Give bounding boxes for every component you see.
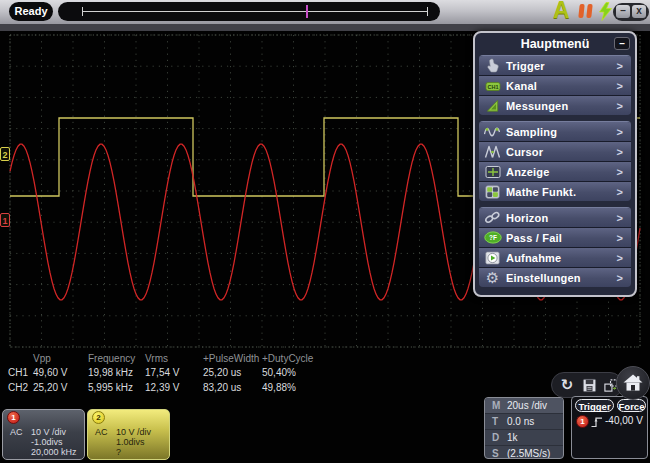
channel-2-box[interactable]: 2 AC 10 V /div 1.0divs ? [87, 409, 170, 460]
slider-position-marker[interactable] [306, 5, 308, 18]
trigger-button[interactable]: Trigger [575, 399, 614, 412]
autoset-a-icon[interactable]: A [553, 0, 570, 24]
svg-text:1: 1 [2, 216, 7, 226]
sampling-icon [479, 125, 506, 139]
ch2-vrms: 12,39 V [145, 382, 179, 393]
chevron-right-icon: > [617, 126, 623, 138]
slider-left-tick [82, 7, 83, 16]
measurements-table: Vpp Frequency Vrms +PulseWidth +DutyCycl… [0, 351, 480, 397]
timebase-row-s: S (2.5MS/s) [485, 445, 563, 459]
timebase-row-m: M 20us /div [485, 398, 563, 413]
save-icon[interactable] [580, 376, 598, 394]
menu-group-3: Horizon > ?F Pass / Fail > Aufnahme > ⚙ … [479, 207, 631, 287]
force-button[interactable]: Force [617, 399, 646, 412]
menu-group-2: Sampling > Cursor > Anzeige > [479, 121, 631, 201]
menu-item-label: Mathe Funkt. [506, 186, 617, 198]
ch1-pulsewidth: 25,20 us [203, 367, 241, 378]
chevron-right-icon: > [617, 232, 623, 244]
ch2-coupling: AC [95, 427, 108, 437]
menu-item-label: Messungen [506, 100, 617, 112]
menu-item-cursor[interactable]: Cursor > [479, 142, 631, 162]
main-menu-panel: Hauptmenü – Trigger > CH1 Kanal > [473, 31, 637, 297]
menu-item-label: Cursor [506, 146, 617, 158]
ch1-position: -1.0divs [31, 437, 63, 447]
chevron-right-icon: > [617, 60, 623, 72]
minimize-button[interactable]: – [616, 5, 630, 18]
menu-item-messungen[interactable]: Messungen > [479, 96, 631, 115]
flash-icon[interactable] [598, 2, 613, 25]
trigger-position-slider[interactable] [58, 2, 440, 21]
menu-item-label: Anzeige [506, 166, 617, 178]
ch1-vrms: 17,54 V [145, 367, 179, 378]
ch1-coupling: AC [10, 427, 23, 437]
timebase-label: M [485, 400, 507, 411]
channel-1-box[interactable]: 1 AC 10 V /div -1.0divs 20,000 kHz [2, 409, 85, 460]
col-header-pulsewidth: +PulseWidth [203, 353, 259, 364]
menu-item-aufnahme[interactable]: Aufnahme > [479, 248, 631, 268]
menu-item-anzeige[interactable]: Anzeige > [479, 162, 631, 182]
gear-icon: ⚙ [479, 271, 506, 285]
timebase-value: 1k [507, 432, 518, 443]
slider-line [82, 11, 428, 12]
svg-text:2: 2 [2, 150, 7, 160]
timebase-label: D [485, 432, 507, 443]
menu-item-label: Kanal [506, 80, 617, 92]
home-button[interactable] [616, 366, 650, 400]
ch2-dutycycle: 49,88% [262, 382, 296, 393]
trigger-level-value: -40,00 V [605, 415, 643, 426]
cursor-icon [479, 145, 506, 159]
channel-2-badge: 2 [92, 411, 105, 424]
menu-item-label: Trigger [506, 60, 617, 72]
col-header-vrms: Vrms [145, 353, 168, 364]
hand-icon [479, 58, 506, 73]
chevron-right-icon: > [617, 212, 623, 224]
autoset-refresh-icon[interactable]: ↻ [558, 376, 576, 394]
math-icon [479, 185, 506, 199]
chevron-right-icon: > [617, 252, 623, 264]
svg-text:CH1: CH1 [487, 84, 498, 90]
chevron-right-icon: > [617, 272, 623, 284]
chevron-right-icon: > [617, 166, 623, 178]
menu-item-pass-fail[interactable]: ?F Pass / Fail > [479, 228, 631, 248]
chevron-right-icon: > [617, 100, 623, 112]
ch2-frequency: 5,995 kHz [88, 382, 133, 393]
row-label-ch1: CH1 [8, 367, 28, 378]
menu-item-label: Sampling [506, 126, 617, 138]
ch1-vpp: 49,60 V [33, 367, 67, 378]
measurements-header-row: Vpp Frequency Vrms +PulseWidth +DutyCycl… [0, 353, 480, 365]
ch2-position: 1.0divs [116, 437, 145, 447]
acquisition-status-badge[interactable]: Ready [9, 2, 53, 21]
slider-right-tick [427, 7, 428, 16]
passfail-icon: ?F [479, 231, 506, 244]
home-icon [623, 374, 643, 392]
chevron-right-icon: > [617, 146, 623, 158]
ch1-scale: 10 V /div [31, 427, 66, 437]
menu-item-mathe-funkt[interactable]: Mathe Funkt. > [479, 182, 631, 201]
quick-toolbar: ↻ [551, 372, 623, 398]
pause-icon[interactable] [578, 4, 592, 18]
display-icon [479, 165, 506, 179]
menu-collapse-button[interactable]: – [614, 37, 630, 50]
timebase-label: T [485, 416, 507, 427]
menu-item-label: Pass / Fail [506, 232, 617, 244]
trigger-source-badge: 1 [576, 415, 589, 428]
menu-item-horizon[interactable]: Horizon > [479, 208, 631, 228]
chevron-right-icon: > [617, 80, 623, 92]
menu-item-kanal[interactable]: CH1 Kanal > [479, 76, 631, 96]
menu-item-trigger[interactable]: Trigger > [479, 56, 631, 76]
menu-item-sampling[interactable]: Sampling > [479, 122, 631, 142]
timebase-row-t: T 0.0 ns [485, 413, 563, 429]
menu-item-label: Horizon [506, 212, 617, 224]
ch2-vpp: 25,20 V [33, 382, 67, 393]
ch2-pulsewidth: 83,20 us [203, 382, 241, 393]
measure-icon [479, 98, 506, 113]
close-button[interactable]: x [632, 5, 646, 18]
menu-item-einstellungen[interactable]: ⚙ Einstellungen > [479, 268, 631, 287]
toolbar-bottom-strip [0, 24, 650, 31]
top-toolbar: Ready A – x [0, 0, 650, 24]
ch1-frequency-readout: 20,000 kHz [31, 447, 77, 457]
channel-icon: CH1 [479, 79, 506, 93]
timebase-panel[interactable]: M 20us /div T 0.0 ns D 1k S (2.5MS/s) [484, 397, 564, 459]
rising-edge-icon [591, 414, 603, 432]
timebase-value: 0.0 ns [507, 416, 534, 427]
